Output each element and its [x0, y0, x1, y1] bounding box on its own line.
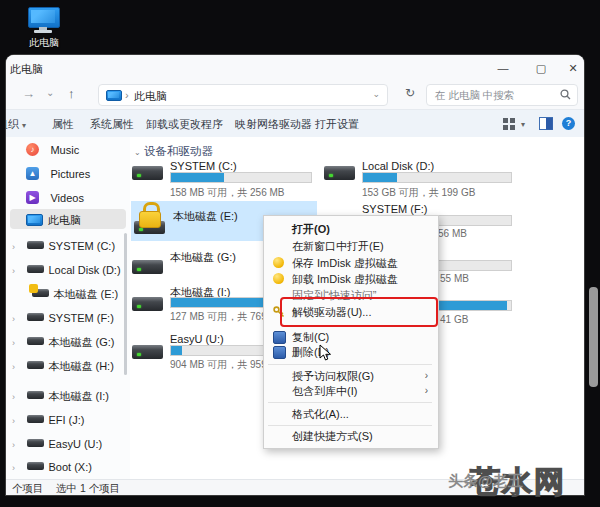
- watermark-front-text: 头条@老五: [448, 472, 523, 491]
- sidebar-item-boot-x[interactable]: › Boot (X:): [12, 457, 92, 475]
- menu-delete[interactable]: 删除(D): [264, 344, 438, 360]
- capacity-bar-c: [170, 172, 312, 183]
- address-dropdown-icon[interactable]: ⌄: [372, 89, 380, 99]
- help-icon[interactable]: ?: [562, 117, 575, 130]
- recent-locations-icon[interactable]: ⌄: [46, 87, 54, 98]
- desktop-icon-label: 此电脑: [20, 36, 68, 50]
- sidebar-item-local-disk-d[interactable]: › Local Disk (D:): [12, 260, 121, 278]
- view-dropdown-icon[interactable]: ▾: [521, 120, 525, 129]
- delete-icon: [273, 346, 286, 359]
- close-button[interactable]: ✕: [564, 59, 582, 77]
- watermark: 苍水网 头条@老五: [448, 460, 600, 505]
- sidebar-item-system-c[interactable]: › SYSTEM (C:): [12, 236, 115, 254]
- size-fragment-row4: 41 GB: [440, 314, 468, 325]
- search-box[interactable]: 在 此电脑 中搜索: [426, 84, 578, 106]
- videos-icon: ▶: [26, 191, 39, 204]
- window-title: 此电脑: [10, 62, 43, 77]
- view-grid-icon[interactable]: [503, 118, 516, 130]
- sidebar-item-efi-j[interactable]: › EFI (J:): [12, 410, 85, 428]
- menu-imdisk-unmount[interactable]: 卸载 ImDisk 虚拟磁盘: [264, 271, 438, 287]
- size-fragment-f: 56 MB: [438, 228, 467, 239]
- up-icon[interactable]: ↑: [68, 86, 75, 101]
- breadcrumb-separator: ›: [125, 89, 129, 101]
- breadcrumb-this-pc[interactable]: 此电脑: [134, 89, 167, 104]
- maximize-button[interactable]: ▢: [532, 59, 550, 77]
- sidebar-item-this-pc[interactable]: 此电脑: [10, 209, 126, 229]
- page-scrollbar[interactable]: [589, 287, 598, 387]
- search-placeholder: 在 此电脑 中搜索: [435, 89, 514, 103]
- navigation-bar: → ⌄ ↑ › 此电脑 ⌄ ↻ 在 此电脑 中搜索: [6, 81, 584, 109]
- drive-tile-d[interactable]: Local Disk (D:) 153 GB 可用，共 199 GB: [322, 159, 522, 199]
- organize-button[interactable]: 组织 ▾: [6, 117, 26, 132]
- minimize-button[interactable]: —: [494, 59, 512, 77]
- sidebar-item-local-disk-e-locked[interactable]: 本地磁盘 (E:): [12, 284, 118, 302]
- menu-format[interactable]: 格式化(A)...: [264, 406, 438, 422]
- sidebar-item-easyu-u[interactable]: › EasyU (U:): [12, 434, 102, 452]
- monitor-icon: [28, 7, 60, 28]
- section-header-devices[interactable]: ⌄ 设备和驱动器: [134, 144, 213, 159]
- mouse-cursor: [319, 344, 332, 362]
- sidebar-item-system-f[interactable]: › SYSTEM (F:): [12, 308, 114, 326]
- submenu-arrow-icon: ›: [425, 368, 428, 384]
- items-count: 个项目: [12, 482, 44, 495]
- menu-imdisk-save[interactable]: 保存 ImDisk 虚拟磁盘: [264, 255, 438, 271]
- uninstall-program-button[interactable]: 卸载或更改程序: [146, 117, 223, 132]
- map-network-drive-button[interactable]: 映射网络驱动器: [235, 117, 312, 132]
- capacity-bar-d: [362, 172, 512, 183]
- system-properties-button[interactable]: 系统属性: [90, 117, 134, 132]
- menu-grant-access[interactable]: 授予访问权限(G)›: [264, 368, 438, 384]
- submenu-arrow-icon: ›: [425, 383, 428, 399]
- preview-pane-icon[interactable]: [539, 117, 553, 130]
- drive-tile-c[interactable]: SYSTEM (C:) 158 MB 可用，共 256 MB: [130, 159, 320, 199]
- refresh-icon[interactable]: ↻: [405, 86, 415, 100]
- selected-count: 选中 1 个项目: [56, 482, 120, 495]
- menu-open[interactable]: 打开(O): [264, 221, 438, 237]
- lock-badge-icon: [29, 284, 38, 293]
- forward-icon[interactable]: →: [22, 86, 35, 101]
- sidebar-item-local-disk-h[interactable]: › 本地磁盘 (H:): [12, 356, 114, 374]
- search-icon[interactable]: [560, 89, 571, 100]
- sidebar-item-music[interactable]: ♪ Music: [26, 140, 79, 158]
- menu-create-shortcut[interactable]: 创建快捷方式(S): [264, 428, 438, 444]
- music-icon: ♪: [26, 143, 39, 156]
- title-bar: 此电脑 — ▢ ✕: [6, 55, 584, 81]
- pictures-icon: ▲: [26, 167, 39, 180]
- imdisk-unmount-icon: [273, 273, 284, 284]
- context-menu: 打开(O) 在新窗口中打开(E) 保存 ImDisk 虚拟磁盘 卸载 ImDis…: [263, 215, 439, 449]
- this-pc-icon: [26, 214, 43, 226]
- size-fragment-row3: 55 MB: [440, 273, 469, 284]
- screenshot-stage: 此电脑 此电脑 — ▢ ✕ → ⌄ ↑ › 此电脑 ⌄ ↻ 在 此: [0, 0, 600, 507]
- menu-include-in-library[interactable]: 包含到库中(I)›: [264, 383, 438, 399]
- command-bar: 组织 ▾ 属性 系统属性 卸载或更改程序 映射网络驱动器 打开设置 ▾ ?: [6, 109, 584, 139]
- breadcrumb-computer-icon: [106, 90, 122, 101]
- address-bar[interactable]: › 此电脑 ⌄: [98, 84, 388, 106]
- open-settings-button[interactable]: 打开设置: [315, 117, 359, 132]
- explorer-window: 此电脑 — ▢ ✕ → ⌄ ↑ › 此电脑 ⌄ ↻ 在 此电脑 中搜索: [6, 55, 584, 495]
- sidebar-item-local-disk-i[interactable]: › 本地磁盘 (I:): [12, 386, 109, 404]
- properties-button[interactable]: 属性: [52, 117, 74, 132]
- sidebar-item-videos[interactable]: ▶ Videos: [26, 188, 84, 206]
- desktop-this-pc-icon[interactable]: 此电脑: [20, 4, 68, 52]
- copy-icon: [273, 331, 286, 344]
- sidebar-item-local-disk-g[interactable]: › 本地磁盘 (G:): [12, 332, 114, 350]
- imdisk-save-icon: [273, 257, 284, 268]
- menu-copy[interactable]: 复制(C): [264, 329, 438, 345]
- sidebar-scrollbar[interactable]: [124, 233, 127, 375]
- red-annotation-box: [280, 297, 438, 327]
- menu-open-new-window[interactable]: 在新窗口中打开(E): [264, 238, 438, 254]
- sidebar-item-pictures[interactable]: ▲ Pictures: [26, 164, 90, 182]
